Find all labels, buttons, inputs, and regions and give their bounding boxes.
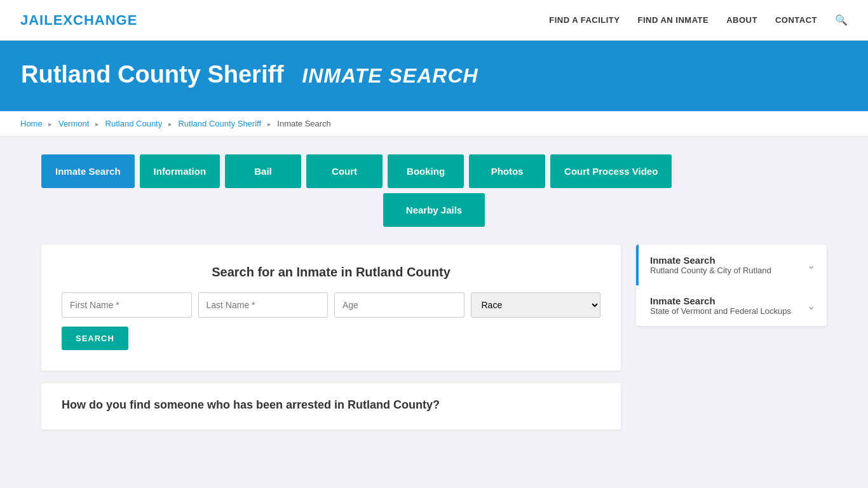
age-input[interactable] [334, 292, 465, 318]
breadcrumb-vermont[interactable]: Vermont [58, 119, 89, 128]
sidebar-item-rutland-county[interactable]: Inmate Search Rutland County & City of R… [639, 245, 827, 285]
chevron-down-icon-2: ⌄ [807, 300, 815, 312]
breadcrumb-rutland-county-sheriff[interactable]: Rutland County Sheriff [178, 119, 261, 128]
breadcrumb-rutland-county[interactable]: Rutland County [105, 119, 163, 128]
breadcrumb-inmate-search: Inmate Search [277, 119, 331, 128]
chevron-down-icon-1: ⌄ [807, 259, 815, 271]
search-fields: Race White Black Hispanic Asian Other [62, 292, 600, 318]
sidebar-item-label-2: Inmate Search [650, 295, 807, 306]
tab-booking[interactable]: Booking [388, 154, 464, 188]
tab-photos[interactable]: Photos [469, 154, 545, 188]
tab-inmate-search[interactable]: Inmate Search [41, 154, 135, 188]
hero-title: Rutland County Sheriff INMATE SEARCH [21, 61, 847, 88]
sidebar-item-sub-1: Rutland County & City of Rutland [650, 266, 807, 275]
first-name-input[interactable] [62, 292, 192, 318]
logo-part2: EXCHANGE [53, 12, 138, 28]
main-content: Inmate Search Information Bail Court Boo… [21, 137, 847, 455]
last-name-input[interactable] [198, 292, 329, 318]
nav-links: FIND A FACILITY FIND AN INMATE ABOUT CON… [549, 14, 848, 26]
search-button[interactable]: SEARCH [62, 327, 128, 350]
hero-section: Rutland County Sheriff INMATE SEARCH [0, 41, 868, 111]
sidebar-card: Inmate Search Rutland County & City of R… [636, 245, 827, 326]
sidebar-item-wrapper-2: Inmate Search State of Vermont and Feder… [636, 285, 827, 326]
left-column: Search for an Inmate in Rutland County R… [41, 245, 621, 430]
sidebar-item-vermont-federal[interactable]: Inmate Search State of Vermont and Feder… [639, 285, 827, 326]
breadcrumb-home[interactable]: Home [20, 119, 43, 128]
sidebar-item-label-1: Inmate Search [650, 255, 807, 266]
tab-nearby-jails[interactable]: Nearby Jails [383, 193, 485, 227]
search-title: Search for an Inmate in Rutland County [62, 265, 600, 280]
race-select[interactable]: Race White Black Hispanic Asian Other [471, 292, 601, 318]
logo-part1: JAIL [20, 12, 53, 28]
sidebar-item-sub-2: State of Vermont and Federal Lockups [650, 306, 807, 316]
howto-box: How do you find someone who has been arr… [41, 383, 621, 430]
search-box: Search for an Inmate in Rutland County R… [41, 245, 621, 370]
nav-find-inmate[interactable]: FIND AN INMATE [637, 15, 709, 25]
sidebar: Inmate Search Rutland County & City of R… [636, 245, 827, 326]
nav-contact[interactable]: CONTACT [775, 15, 817, 25]
navbar: JAILEXCHANGE FIND A FACILITY FIND AN INM… [0, 0, 868, 41]
tab-bail[interactable]: Bail [225, 154, 301, 188]
tabs-row2: Nearby Jails [41, 193, 827, 227]
howto-title: How do you find someone who has been arr… [62, 398, 600, 412]
breadcrumb-sep-1: ▸ [48, 120, 52, 128]
tab-court[interactable]: Court [306, 154, 383, 188]
nav-about[interactable]: ABOUT [726, 15, 757, 25]
tabs-row1: Inmate Search Information Bail Court Boo… [41, 154, 827, 188]
sidebar-item-left-1: Inmate Search Rutland County & City of R… [650, 255, 807, 275]
hero-subtitle: INMATE SEARCH [302, 64, 478, 87]
logo[interactable]: JAILEXCHANGE [20, 12, 137, 29]
search-icon[interactable]: 🔍 [835, 14, 848, 26]
sidebar-item-left-2: Inmate Search State of Vermont and Feder… [650, 295, 807, 316]
breadcrumb-sep-4: ▸ [268, 120, 271, 128]
nav-find-facility[interactable]: FIND A FACILITY [549, 15, 620, 25]
breadcrumb-sep-2: ▸ [95, 120, 99, 128]
content-area: Search for an Inmate in Rutland County R… [41, 245, 827, 430]
breadcrumb: Home ▸ Vermont ▸ Rutland County ▸ Rutlan… [0, 111, 868, 137]
tab-information[interactable]: Information [140, 154, 220, 188]
breadcrumb-sep-3: ▸ [168, 120, 172, 128]
tab-court-process-video[interactable]: Court Process Video [550, 154, 672, 188]
sidebar-item-wrapper-1: Inmate Search Rutland County & City of R… [636, 245, 827, 285]
